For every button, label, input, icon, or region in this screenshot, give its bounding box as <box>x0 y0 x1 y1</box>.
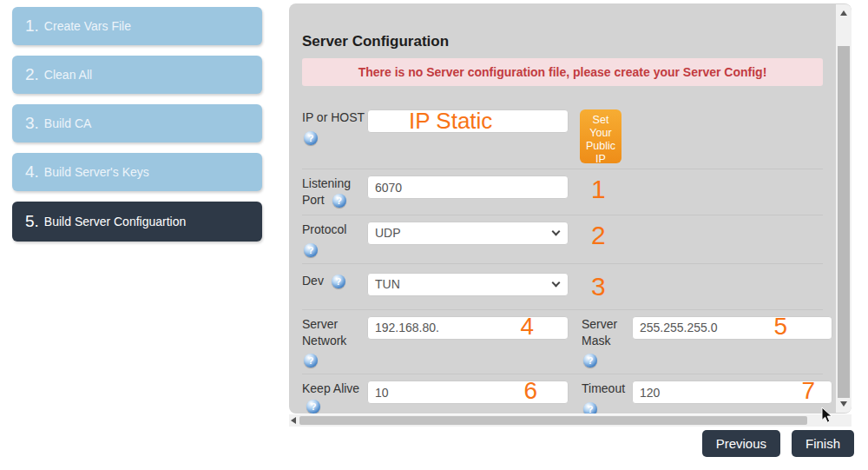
keep-alive-input[interactable] <box>367 381 569 404</box>
protocol-select[interactable]: UDP <box>367 222 569 245</box>
no-config-alert: There is no Server configuration file, p… <box>302 58 823 86</box>
server-network-field-wrap: 4 <box>367 316 569 368</box>
previous-button[interactable]: Previous <box>702 430 780 457</box>
step-number: 5. <box>25 212 39 231</box>
vertical-scrollbar[interactable] <box>836 4 852 413</box>
horizontal-scrollbar-thumb[interactable] <box>299 416 807 425</box>
row-dev: Dev ? TUN 3 <box>302 263 823 309</box>
wizard-page: 1. Create Vars File 2. Clean All 3. Buil… <box>0 0 868 470</box>
listening-port-field-wrap <box>367 175 569 209</box>
annotation-1: 1 <box>591 175 606 209</box>
listening-port-label: Listening Port ? <box>302 175 367 209</box>
chevron-down-icon <box>552 278 561 287</box>
server-mask-label: Server Mask ? <box>582 316 632 368</box>
help-icon[interactable]: ? <box>583 354 597 367</box>
row-listening-port: Listening Port ? 1 <box>302 169 823 215</box>
ip-host-field-wrap: IP Static <box>367 109 569 163</box>
set-public-ip-button[interactable]: Set Your Public IP <box>580 109 621 163</box>
sidebar-item-create-vars-file[interactable]: 1. Create Vars File <box>12 7 262 45</box>
help-icon[interactable]: ? <box>306 400 320 414</box>
help-icon[interactable]: ? <box>304 131 318 145</box>
step-number: 1. <box>25 17 39 36</box>
step-label: Build CA <box>44 116 91 130</box>
scroll-down-button[interactable] <box>836 397 852 411</box>
arrow-up-icon <box>840 10 847 16</box>
server-network-label: Server Network ? <box>302 316 367 368</box>
server-mask-input[interactable] <box>632 316 832 340</box>
help-icon[interactable]: ? <box>304 354 318 367</box>
step-label: Build Server Configuartion <box>44 215 186 228</box>
server-config-form: IP or HOST ? IP Static Set Your Public I… <box>302 103 823 414</box>
vertical-scrollbar-thumb[interactable] <box>838 46 850 398</box>
timeout-input[interactable] <box>632 381 832 404</box>
step-number: 2. <box>25 65 39 84</box>
dev-selected-value: TUN <box>375 277 400 291</box>
sidebar-item-build-ca[interactable]: 3. Build CA <box>12 104 262 142</box>
step-label: Create Vars File <box>44 19 131 33</box>
ip-host-label: IP or HOST ? <box>302 109 367 163</box>
timeout-field-wrap: 7 <box>632 381 832 414</box>
arrow-down-icon <box>840 401 847 407</box>
help-icon[interactable]: ? <box>332 194 346 208</box>
scroll-up-button[interactable] <box>836 6 852 20</box>
row-ip-host: IP or HOST ? IP Static Set Your Public I… <box>302 103 823 169</box>
protocol-label: Protocol ? <box>302 222 367 257</box>
mouse-cursor-icon <box>821 407 833 424</box>
sidebar-item-build-server-configuration[interactable]: 5. Build Server Configuartion <box>12 202 262 242</box>
server-configuration-panel: Server Configuration There is no Server … <box>289 3 852 414</box>
dev-field-wrap: TUN <box>367 273 569 301</box>
sidebar-item-build-server-keys[interactable]: 4. Build Server's Keys <box>12 153 262 191</box>
protocol-field-wrap: UDP <box>367 222 569 257</box>
annotation-2: 2 <box>591 222 606 257</box>
finish-button[interactable]: Finish <box>792 430 854 457</box>
server-network-input[interactable] <box>367 316 569 340</box>
chevron-down-icon <box>552 227 561 235</box>
step-label: Clean All <box>44 68 92 82</box>
arrow-left-icon[interactable] <box>291 417 296 424</box>
steps-sidebar: 1. Create Vars File 2. Clean All 3. Buil… <box>12 7 262 252</box>
wizard-footer: Previous Finish <box>289 430 854 457</box>
keep-alive-label: Keep Alive ? <box>302 381 367 414</box>
step-number: 4. <box>25 162 39 182</box>
keep-alive-field-wrap: 6 <box>367 381 569 414</box>
sidebar-item-clean-all[interactable]: 2. Clean All <box>12 56 262 94</box>
annotation-3: 3 <box>591 273 606 301</box>
dev-label: Dev ? <box>302 273 367 301</box>
dev-select[interactable]: TUN <box>367 273 569 296</box>
help-icon[interactable]: ? <box>304 243 318 257</box>
help-icon[interactable]: ? <box>332 275 345 288</box>
row-server-network-mask: Server Network ? 4 Server Mask ? 5 <box>302 309 823 374</box>
timeout-label: Timeout ? <box>582 381 632 414</box>
server-mask-field-wrap: 5 <box>632 316 832 368</box>
row-protocol: Protocol ? UDP 2 <box>302 215 823 263</box>
step-number: 3. <box>25 114 39 133</box>
page-title: Server Configuration <box>302 33 823 50</box>
row-keepalive-timeout: Keep Alive ? 6 Timeout ? 7 <box>302 374 823 414</box>
protocol-selected-value: UDP <box>375 226 401 240</box>
help-icon[interactable]: ? <box>583 402 597 414</box>
horizontal-scrollbar[interactable] <box>289 414 852 427</box>
step-label: Build Server's Keys <box>44 165 149 179</box>
listening-port-input[interactable] <box>367 175 569 199</box>
ip-host-input[interactable] <box>367 109 569 133</box>
